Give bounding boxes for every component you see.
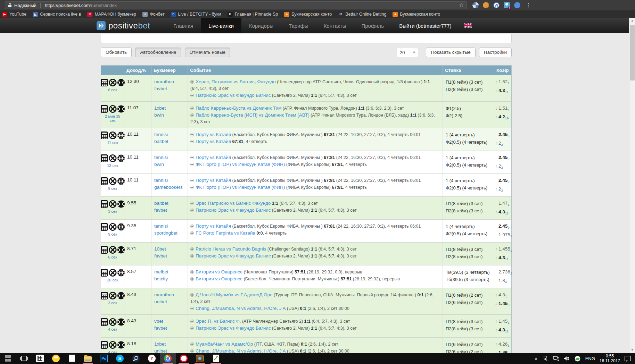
taskbar-opera-icon[interactable] [176, 353, 192, 364]
event-link[interactable]: Патрисио Эрас vs Факундо Багнис [196, 93, 271, 98]
event-link[interactable]: Patricio Heras vs Facundo Bagnis [196, 246, 266, 252]
bookmaker-link-1[interactable]: melbet [154, 269, 185, 276]
bookmark-bookmaker-office-1[interactable]: ● Букмекерская конто [284, 12, 332, 17]
calculator-icon[interactable] [100, 105, 108, 113]
event-link[interactable]: Патрисио Эрас vs Факундо Багнис [196, 325, 271, 331]
bookmaker-link-2[interactable]: favbet [154, 325, 185, 332]
event-link[interactable]: Патрисио Эрас vs Факундо Багнис [196, 208, 271, 213]
hide-event-icon[interactable] [190, 327, 194, 330]
event-link[interactable]: Chang, J/Muamba, N vs Adams, H/Ore, J A [196, 306, 286, 311]
hide-event-icon[interactable] [190, 349, 194, 353]
bookmark-betcity[interactable]: B Live / BETCITY - букм [171, 12, 221, 17]
hide-event-icon[interactable] [190, 94, 194, 97]
hide-event-icon[interactable] [190, 202, 194, 205]
event-link[interactable]: Порту vs Катайя [196, 178, 231, 183]
row-age[interactable]: 9 сек [103, 186, 122, 191]
event-link[interactable]: ФК Порто (ПОР) vs Йенсуун Катая (ФИН) [196, 185, 285, 190]
bookmark-betfair[interactable]: ⇄ Betfair Online Betting [338, 12, 386, 17]
event-link[interactable]: Порту vs Катайя [196, 155, 231, 160]
browser-menu-icon[interactable]: ⋮ [526, 2, 531, 8]
event-link[interactable]: Витория vs Оваренсе [196, 276, 242, 281]
extension-profile-icon[interactable] [504, 2, 510, 8]
calculator-icon[interactable] [100, 246, 108, 254]
hide-event-icon[interactable] [190, 133, 194, 136]
hide-row-icon[interactable] [109, 291, 116, 300]
notification-center-icon[interactable] [625, 356, 631, 361]
row-age[interactable]: 2 мин 39 сек [103, 114, 122, 122]
row-age[interactable]: 3 сек [103, 301, 122, 305]
bookmaker-link-2[interactable]: bwin [154, 161, 185, 168]
network-icon[interactable] [553, 355, 559, 362]
event-link[interactable]: Витория vs Оваренсе [196, 269, 242, 274]
scroll-up-icon[interactable]: ▲ [629, 18, 635, 24]
hide-event-icon[interactable] [190, 307, 194, 310]
row-age[interactable]: 20 сек [103, 278, 122, 282]
hide-event-icon[interactable] [190, 270, 194, 274]
taskbar-photoshop-icon[interactable]: Ps [96, 353, 112, 364]
event-link[interactable]: Порту vs Катайя [196, 223, 231, 229]
hide-event-icon[interactable] [190, 107, 194, 110]
bookmaker-link-2[interactable]: gamebookers [154, 184, 185, 191]
nav-item-профиль[interactable]: Профиль [354, 18, 391, 33]
hide-event-icon[interactable] [190, 247, 194, 251]
event-link[interactable]: Муамба/Чанг vs Адамс/Ор [196, 341, 253, 347]
bookmaker-link-1[interactable]: baltbet [154, 200, 185, 207]
hide-event-icon[interactable] [190, 186, 194, 189]
hide-row-icon[interactable] [109, 341, 116, 349]
hide-row-icon[interactable] [109, 246, 116, 254]
taskbar-hearthstone-icon[interactable] [192, 353, 208, 364]
bookmaker-link-2[interactable]: favbet [154, 253, 185, 260]
calculator-icon[interactable] [100, 78, 108, 87]
event-link[interactable]: Д.Чанг/Н.Муамба vs Г.Адамс/Д.Оре [196, 292, 273, 297]
calculator-icon[interactable] [100, 177, 108, 185]
extension-pinwheel-icon[interactable] [472, 2, 479, 8]
bookmark-pinnacle[interactable]: P Главная | Pinnacle Sp [228, 12, 278, 17]
row-age[interactable]: 4 сек [103, 350, 122, 353]
calculator-icon[interactable] [100, 131, 108, 139]
row-age[interactable]: 3 сек [103, 209, 122, 213]
taskbar-notepadpp-icon[interactable] [208, 353, 224, 364]
start-button[interactable] [0, 353, 16, 364]
row-age[interactable]: 13 сек [103, 163, 122, 168]
event-link[interactable]: Пабло Каррено-Буста (ИСП) vs Доминик Тие… [196, 112, 310, 118]
event-link[interactable]: FC Porto Ferpinta vs Катайа [196, 230, 255, 236]
scroll-down-icon[interactable]: ▼ [629, 347, 635, 353]
calculator-icon[interactable] [100, 341, 108, 349]
refresh-button[interactable]: Обновить [101, 48, 132, 57]
bookmaker-link-2[interactable]: sportingbet [154, 230, 185, 237]
positivebet-logo[interactable]: positivebet [97, 18, 150, 33]
event-link[interactable]: Порту vs Катайя [196, 139, 231, 144]
hide-row-icon[interactable] [109, 269, 116, 277]
extension-cookie-icon[interactable] [483, 2, 489, 8]
page-size-select[interactable]: 20▼ [397, 48, 418, 57]
hide-event-icon[interactable] [190, 80, 194, 84]
row-age[interactable]: 6 сек [103, 88, 122, 92]
row-age[interactable]: 9 сек [103, 232, 122, 236]
bookmark-youtube[interactable]: ▶ YouTube [2, 12, 26, 17]
bookmaker-link-2[interactable]: betcity [154, 276, 185, 282]
hide-row-icon[interactable] [109, 177, 116, 185]
nav-item-тарифы[interactable]: Тарифы [281, 18, 316, 33]
calculator-icon[interactable] [100, 269, 108, 277]
nav-item-главная[interactable]: Главная [166, 18, 201, 33]
extension-w-icon[interactable]: W [493, 2, 500, 8]
bookmaker-link-1[interactable]: tennisi [154, 131, 185, 138]
bookmaker-link-1[interactable]: marathon [154, 291, 185, 298]
settings-button[interactable]: Настройки [479, 48, 512, 57]
bookmaker-link-1[interactable]: 1xbet [154, 341, 185, 348]
hide-row-icon[interactable] [109, 223, 116, 231]
bookmark-fonbet[interactable]: ✦ Фонбет [142, 12, 165, 17]
bookmaker-link-1[interactable]: vbet [154, 318, 185, 325]
taskbar-explorer-icon[interactable] [80, 353, 96, 364]
hide-row-icon[interactable] [109, 131, 116, 139]
bookmark-bookmaker-office-2[interactable]: ● Букмекерская конто [393, 12, 440, 17]
hide-row-icon[interactable] [109, 105, 116, 113]
taskbar-notepad-icon[interactable] [64, 353, 80, 364]
volume-icon[interactable] [564, 355, 570, 362]
taskbar-icq-icon[interactable] [48, 353, 64, 364]
event-link[interactable]: Chang, J/Muamba, N vs Adams, H/Ore, J A [196, 348, 286, 353]
bookmaker-link-1[interactable]: tennisi [154, 223, 185, 230]
calculator-icon[interactable] [100, 154, 108, 162]
bookmaker-link-2[interactable]: favbet [154, 207, 185, 214]
usb-icon[interactable] [542, 355, 549, 362]
